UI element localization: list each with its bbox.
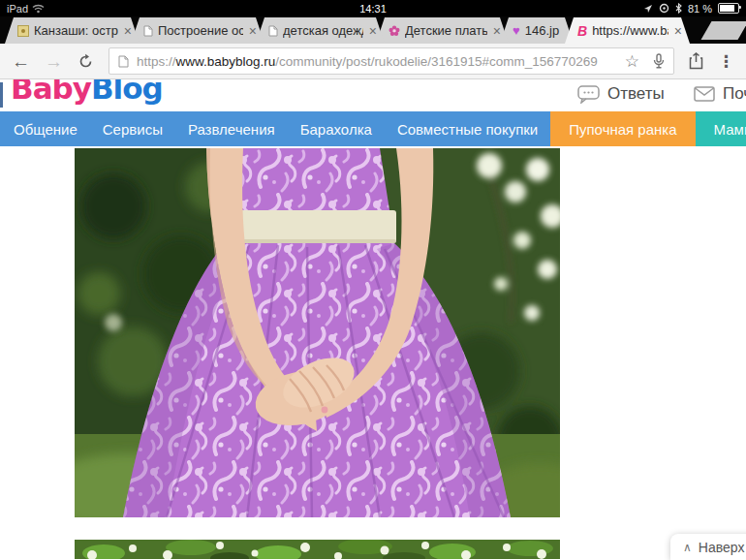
status-time: 14:31 — [0, 3, 746, 15]
post-photo-dress[interactable] — [75, 148, 560, 517]
status-bar: iPad 14:31 81 % — [0, 0, 746, 16]
back-button[interactable]: ← — [12, 52, 30, 71]
tab-title: детская одежда — [283, 23, 363, 38]
flower-icon — [389, 25, 400, 37]
tab-postroenie[interactable]: Построение осно × — [131, 17, 264, 44]
tab-title: Построение осно — [158, 23, 243, 38]
document-icon — [268, 25, 278, 37]
nav-item-mamy-eksperty[interactable]: Мамы-эксперты — [696, 111, 746, 146]
tab-title: Детские платья - — [405, 23, 487, 38]
close-icon[interactable]: × — [492, 23, 502, 39]
close-icon[interactable]: × — [123, 23, 133, 39]
page-icon — [118, 55, 129, 68]
voice-search-icon[interactable] — [653, 53, 665, 69]
site-nav-bar: Общение Сервисы Развлечения Барахолка Со… — [0, 111, 746, 146]
url-text[interactable]: https://www.babyblog.ru/community/post/r… — [137, 54, 598, 69]
tab-babyblog-active[interactable]: B https://www.baby × — [565, 17, 690, 44]
nav-item-servisy[interactable]: Сервисы — [90, 111, 175, 146]
tab-bar: Канзаши: острый × Построение осно × детс… — [0, 16, 746, 44]
document-icon — [143, 25, 153, 37]
address-bar[interactable]: https://www.babyblog.ru/community/post/r… — [109, 47, 674, 75]
browser-toolbar: ← → https://www.babyblog.ru/community/po… — [0, 44, 746, 79]
forward-button[interactable]: → — [45, 52, 63, 71]
post-content — [0, 146, 746, 559]
heart-icon: ♥ — [513, 24, 520, 37]
page-edge-sliver — [0, 82, 3, 108]
chevron-up-icon: ∧ — [683, 542, 692, 553]
tab-title: Канзаши: острый — [34, 23, 118, 38]
answers-link[interactable]: Ответы — [577, 84, 665, 104]
close-icon[interactable]: × — [368, 23, 378, 39]
nav-item-pupochnaya-ranka[interactable]: Пупочная ранка — [550, 111, 695, 146]
mail-label: Почта — [723, 84, 746, 104]
browser-menu-icon[interactable]: ⋮ — [718, 53, 734, 70]
close-icon[interactable]: × — [673, 23, 683, 39]
bookmark-star-icon[interactable]: ☆ — [625, 53, 639, 70]
tab-title: 146.jp — [525, 23, 567, 38]
new-tab-button[interactable] — [701, 21, 746, 40]
mail-link[interactable]: Почта — [694, 84, 746, 104]
battery-icon — [718, 3, 739, 14]
post-photo-foliage[interactable] — [75, 540, 560, 559]
tab-detskie-platya[interactable]: Детские платья - × — [376, 17, 509, 44]
close-icon[interactable]: × — [248, 23, 258, 39]
kanzashi-icon — [17, 25, 29, 37]
envelope-icon — [694, 86, 715, 102]
browser-window: iPad 14:31 81 % Канза — [0, 0, 746, 560]
back-to-top-button[interactable]: ∧ Наверх — [670, 534, 746, 560]
nav-item-sovmestnye-pokupki[interactable]: Совместные покупки — [385, 111, 550, 146]
nav-item-baraholka[interactable]: Барахолка — [288, 111, 385, 146]
site-header: BabyBlog Ответы Почта — [0, 79, 746, 111]
back-to-top-label: Наверх — [699, 540, 745, 555]
tab-detskaya-odezhda[interactable]: детская одежда × — [256, 17, 385, 44]
nav-item-razvlecheniya[interactable]: Развлечения — [175, 111, 288, 146]
tab-kanzashi[interactable]: Канзаши: острый × — [5, 17, 140, 44]
babyblog-icon: B — [577, 24, 587, 38]
tab-146jpg[interactable]: ♥ 146.jp — [500, 17, 574, 44]
answers-label: Ответы — [607, 84, 665, 104]
share-icon[interactable] — [689, 52, 703, 70]
tab-title: https://www.baby — [592, 23, 668, 38]
nav-item-obschenie[interactable]: Общение — [0, 111, 90, 146]
chat-bubble-icon — [577, 85, 600, 104]
reload-button[interactable] — [78, 53, 94, 70]
babyblog-logo[interactable]: BabyBlog — [11, 79, 163, 106]
